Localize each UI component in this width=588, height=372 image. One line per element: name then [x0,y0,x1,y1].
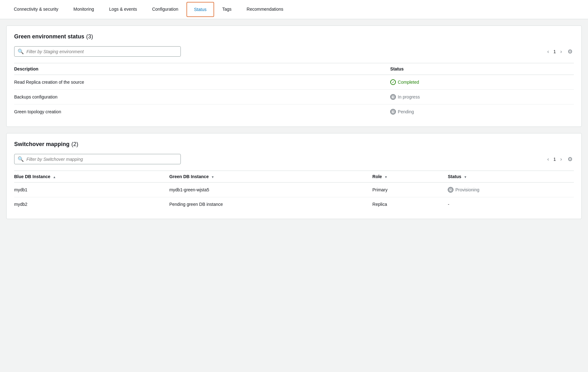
tab-bar: Connectivity & security Monitoring Logs … [0,0,588,19]
green-env-search-wrapper[interactable]: 🔍 [14,46,181,57]
green-env-page-num: 1 [553,49,556,54]
clock-icon [390,109,396,115]
switchover-search-wrapper[interactable]: 🔍 [14,154,181,164]
switchover-row2-blue-db: mydb2 [14,197,165,211]
green-env-card: Green environment status (3) 🔍 ‹ 1 › ⚙ D… [6,25,582,127]
table-row: mydb2 Pending green DB instance Replica … [14,197,574,211]
green-env-row1-desc: Read Replica creation of the source [14,75,386,90]
switchover-row2-status: - [444,197,574,211]
switchover-prev-btn[interactable]: ‹ [546,155,551,163]
switchover-row2-green-db: Pending green DB instance [165,197,369,211]
tab-configuration[interactable]: Configuration [145,0,186,19]
search-icon: 🔍 [18,48,24,54]
green-env-row2-status: In progress [386,90,574,104]
green-env-search-input[interactable] [26,49,177,54]
table-row: Backups configuration In progr [14,90,574,104]
table-row: Green topology creation Pendin [14,104,574,119]
sort-desc-icon: ▼ [211,175,214,179]
sort-desc-icon: ▼ [464,175,467,179]
green-env-next-btn[interactable]: › [558,48,564,56]
clock-icon [390,94,396,100]
switchover-title: Switchover mapping (2) [14,141,574,148]
green-env-row3-desc: Green topology creation [14,104,386,119]
switchover-col-status[interactable]: Status ▼ [444,171,574,183]
green-env-row1-status: ✓ Completed [386,75,574,90]
tab-status[interactable]: Status [186,2,214,17]
switchover-row1-blue-db: mydb1 [14,183,165,197]
tab-logs[interactable]: Logs & events [102,0,145,19]
tab-monitoring[interactable]: Monitoring [66,0,102,19]
green-env-search-row: 🔍 ‹ 1 › ⚙ [14,46,574,57]
green-env-table: Description Status Read Replica creation… [14,63,574,119]
green-env-row2-desc: Backups configuration [14,90,386,104]
switchover-search-input[interactable] [26,157,177,162]
switchover-row1-green-db: mydb1-green-wjsta5 [165,183,369,197]
tab-recommendations[interactable]: Recommendations [239,0,291,19]
switchover-row2-role: Replica [369,197,444,211]
switchover-row1-status: Provisioning [444,183,574,197]
green-env-settings-btn[interactable]: ⚙ [566,47,574,56]
table-row: Read Replica creation of the source ✓ Co… [14,75,574,90]
switchover-page-num: 1 [553,157,556,162]
switchover-col-green-db[interactable]: Green DB Instance ▼ [165,171,369,183]
tab-connectivity[interactable]: Connectivity & security [6,0,66,19]
table-row: mydb1 mydb1-green-wjsta5 Primary [14,183,574,197]
switchover-row1-role: Primary [369,183,444,197]
green-env-col-status: Status [386,63,574,75]
green-env-title: Green environment status (3) [14,33,574,40]
green-env-prev-btn[interactable]: ‹ [546,48,551,56]
green-env-pagination: ‹ 1 › ⚙ [546,47,574,56]
tab-tags[interactable]: Tags [215,0,239,19]
green-env-row3-status: Pending [386,104,574,119]
switchover-settings-btn[interactable]: ⚙ [566,155,574,164]
main-content: Green environment status (3) 🔍 ‹ 1 › ⚙ D… [0,19,588,225]
clock-icon [448,187,453,193]
switchover-search-row: 🔍 ‹ 1 › ⚙ [14,154,574,164]
switchover-table: Blue DB Instance ▲ Green DB Instance ▼ R… [14,171,574,211]
sort-desc-icon: ▼ [385,175,388,179]
search-icon: 🔍 [18,156,24,162]
switchover-next-btn[interactable]: › [558,155,564,163]
switchover-col-role[interactable]: Role ▼ [369,171,444,183]
switchover-card: Switchover mapping (2) 🔍 ‹ 1 › ⚙ Blue DB… [6,133,582,219]
switchover-pagination: ‹ 1 › ⚙ [546,155,574,164]
green-env-col-description: Description [14,63,386,75]
sort-asc-icon: ▲ [53,175,56,179]
switchover-col-blue-db[interactable]: Blue DB Instance ▲ [14,171,165,183]
completed-icon: ✓ [390,79,396,85]
